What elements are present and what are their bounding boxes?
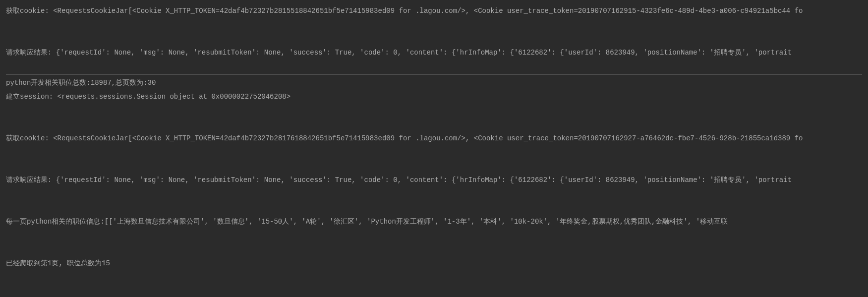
log-line-total-positions: python开发相关职位总数:18987,总页数为:30 [6, 76, 862, 90]
blank-line [6, 201, 862, 215]
log-line-cookie-1: 获取cookie: <RequestsCookieJar[<Cookie X_H… [6, 4, 862, 18]
log-line-job-info: 每一页python相关的职位信息:[['上海数旦信息技术有限公司', '数旦信息… [6, 215, 862, 229]
blank-line [6, 145, 862, 159]
separator-line [6, 74, 862, 75]
log-line-response-2: 请求响应结果: {'requestId': None, 'msg': None,… [6, 173, 862, 187]
log-line-session: 建立session: <requests.sessions.Session ob… [6, 90, 862, 104]
console-output: 获取cookie: <RequestsCookieJar[<Cookie X_H… [0, 0, 868, 297]
blank-line [6, 118, 862, 131]
log-line-cookie-2: 获取cookie: <RequestsCookieJar[<Cookie X_H… [6, 131, 862, 145]
blank-line [6, 18, 862, 32]
blank-line [6, 242, 862, 256]
blank-line [6, 59, 862, 73]
log-line-response-1: 请求响应结果: {'requestId': None, 'msg': None,… [6, 46, 862, 59]
blank-line [6, 32, 862, 46]
blank-line [6, 229, 862, 242]
blank-line [6, 104, 862, 118]
blank-line [6, 187, 862, 201]
log-line-page-crawled: 已经爬取到第1页, 职位总数为15 [6, 256, 862, 270]
blank-line [6, 159, 862, 173]
